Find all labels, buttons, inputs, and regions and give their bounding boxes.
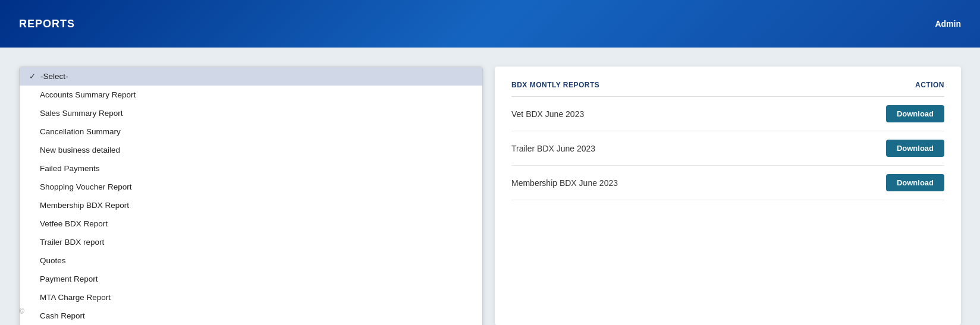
dropdown-item-new-business[interactable]: New business detailed (20, 141, 482, 159)
bdx-row: Membership BDX June 2023Download (511, 166, 944, 200)
dropdown-item-select[interactable]: ✓ -Select- (20, 67, 482, 86)
dropdown-item-mta-charge[interactable]: MTA Charge Report (20, 288, 482, 307)
main-content: ✓ -Select-Accounts Summary ReportSales S… (0, 48, 980, 325)
bdx-action-label: ACTION (915, 81, 944, 89)
copyright: © (19, 307, 24, 315)
dropdown-item-sales-summary[interactable]: Sales Summary Report (20, 104, 482, 122)
dropdown-item-label: Cancellation Summary (40, 127, 121, 136)
dropdown-item-label: Membership BDX Report (40, 201, 129, 210)
user-label: Admin (935, 19, 961, 29)
dropdown-item-label: Payment Report (40, 274, 98, 283)
dropdown-item-label: MTA Charge Report (40, 293, 111, 302)
download-button-trailer-bdx[interactable]: Download (886, 140, 944, 157)
dropdown-item-payment-report[interactable]: Payment Report (20, 270, 482, 288)
dropdown-item-label: Sales Summary Report (40, 109, 123, 118)
check-icon: ✓ (29, 72, 36, 81)
dropdown-item-label: -Select- (40, 72, 68, 81)
dropdown-item-trailer-bdx[interactable]: Trailer BDX report (20, 233, 482, 251)
dropdown-list: ✓ -Select-Accounts Summary ReportSales S… (19, 67, 483, 325)
download-button-membership-bdx[interactable]: Download (886, 174, 944, 191)
bdx-reports-panel: BDX MONTLY REPORTS ACTION Vet BDX June 2… (495, 67, 961, 325)
dropdown-item-cancellation-summary[interactable]: Cancellation Summary (20, 122, 482, 141)
app-title: REPORTS (19, 18, 75, 30)
dropdown-item-label: Trailer BDX report (40, 238, 104, 247)
dropdown-item-label: Shopping Voucher Report (40, 182, 132, 191)
dropdown-item-label: New business detailed (40, 146, 120, 154)
bdx-rows-container: Vet BDX June 2023DownloadTrailer BDX Jun… (511, 97, 944, 200)
bdx-section-title: BDX MONTLY REPORTS (511, 81, 599, 89)
bdx-reports-header: BDX MONTLY REPORTS ACTION (511, 81, 944, 97)
dropdown-item-vetfee-bdx[interactable]: Vetfee BDX Report (20, 214, 482, 233)
dropdown-item-shopping-voucher[interactable]: Shopping Voucher Report (20, 178, 482, 196)
dropdown-item-membership-bdx[interactable]: Membership BDX Report (20, 196, 482, 214)
dropdown-item-label: Quotes (40, 256, 66, 265)
app-header: REPORTS Admin (0, 0, 980, 48)
dropdown-item-label: Vetfee BDX Report (40, 219, 108, 228)
dropdown-item-accounts-summary[interactable]: Accounts Summary Report (20, 86, 482, 104)
bdx-row: Vet BDX June 2023Download (511, 97, 944, 131)
dropdown-item-failed-payments[interactable]: Failed Payments (20, 159, 482, 178)
dropdown-item-cash-report[interactable]: Cash Report (20, 307, 482, 325)
report-selector-panel: ✓ -Select-Accounts Summary ReportSales S… (19, 67, 483, 325)
dropdown-item-quotes[interactable]: Quotes (20, 251, 482, 270)
bdx-row-label: Membership BDX June 2023 (511, 178, 618, 188)
download-button-vet-bdx[interactable]: Download (886, 105, 944, 122)
dropdown-item-label: Failed Payments (40, 164, 100, 173)
bdx-row-label: Trailer BDX June 2023 (511, 144, 595, 153)
bdx-row-label: Vet BDX June 2023 (511, 109, 584, 119)
dropdown-item-label: Accounts Summary Report (40, 90, 136, 99)
dropdown-item-label: Cash Report (40, 311, 85, 320)
bdx-row: Trailer BDX June 2023Download (511, 131, 944, 166)
